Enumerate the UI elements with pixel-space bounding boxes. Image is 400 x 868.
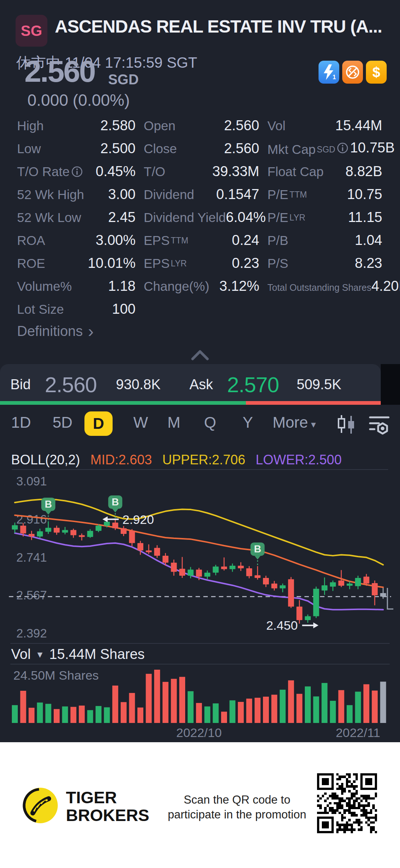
candlestick-style-button[interactable]: [336, 414, 357, 437]
stat-label-text: Volume%: [17, 279, 72, 294]
stat-value-text: 2.45: [108, 209, 136, 225]
volume-bar: [296, 694, 302, 723]
stats-row: T/O Rate0.45%T/O39.33MFloat Cap8.82B: [0, 160, 400, 183]
volume-bar: [213, 703, 219, 723]
stats-row: Low2.500Close2.560Mkt CapSGD10.75B: [0, 137, 400, 160]
stat-label: Mkt CapSGD: [267, 142, 335, 157]
ask-ratio-segment: [246, 401, 381, 405]
volume-bar: [171, 679, 177, 723]
candle-body: [70, 530, 76, 535]
stat-label: Low: [17, 141, 41, 156]
stat-label: Dividend Yield: [144, 210, 226, 225]
stat-label-text: T/O Rate: [17, 164, 70, 179]
bid-ask-panel[interactable]: Bid 2.560 930.8K Ask 2.570 509.5K: [0, 364, 381, 405]
stat-value: 6.04%: [226, 209, 266, 225]
tab-period-5d[interactable]: 5D: [53, 407, 73, 438]
candle-body: [347, 583, 353, 586]
boll-mid-value: MID:2.603: [90, 452, 152, 468]
bid-ask-ratio-bar: [0, 401, 381, 405]
dollar-icon[interactable]: $: [366, 61, 387, 84]
candle-body: [204, 573, 210, 577]
stat-label-text: Total Outstanding Shares: [267, 282, 371, 293]
stat-value-text: 2.560: [224, 118, 259, 134]
candle-body: [254, 575, 260, 578]
volume-bar: [305, 686, 311, 723]
stat-value-text: 0.24: [232, 232, 259, 248]
stat-cell: 52 Wk High3.00: [17, 186, 136, 202]
volume-bar: [20, 691, 26, 723]
stat-cell: Close2.560: [144, 141, 259, 157]
volume-bar: [112, 686, 118, 723]
stat-value-text: 10.75: [347, 186, 382, 202]
volume-bar: [338, 690, 344, 723]
indicator-settings-button[interactable]: [369, 414, 390, 437]
stat-value: 10.75: [347, 186, 382, 202]
stat-label-text: Float Cap: [267, 164, 324, 179]
stat-value-text: 1.04: [355, 232, 382, 248]
stat-label-text: High: [17, 118, 44, 133]
stat-cell: Open2.560: [144, 118, 259, 134]
stat-value-text: 0.23: [232, 255, 259, 271]
definitions-link[interactable]: Definitions ›: [17, 323, 94, 340]
tab-period-y[interactable]: Y: [243, 407, 253, 438]
info-icon[interactable]: [337, 142, 349, 154]
y-axis-tick: 2.916: [16, 512, 47, 526]
tiger-logo-icon: [21, 787, 59, 824]
volume-indicator-selector[interactable]: Vol ▾ 15.44M Shares: [11, 645, 145, 664]
volume-bar: [146, 674, 152, 723]
tab-period-w[interactable]: W: [133, 407, 148, 438]
tab-period-1d[interactable]: 1D: [11, 407, 31, 438]
stat-value: 10.75B: [335, 140, 394, 156]
stat-cell: 52 Wk Low2.45: [17, 209, 136, 225]
stat-cell: Change(%)3.12%: [144, 278, 259, 294]
volume-bar: [79, 706, 85, 723]
tab-period-q[interactable]: Q: [204, 407, 216, 438]
stat-label: Dividend: [144, 187, 194, 202]
currency-label: SGD: [108, 72, 139, 88]
stat-value-text: 0.1547: [216, 186, 259, 202]
dollar-glyph: $: [372, 64, 380, 80]
stat-label-text: Low: [17, 141, 41, 156]
volume-bar: [363, 684, 369, 723]
stat-value-text: 8.23: [355, 255, 382, 271]
tab-more[interactable]: More▾: [273, 407, 316, 438]
stat-label: Vol: [267, 118, 286, 133]
stat-value: 100: [112, 301, 136, 317]
indicator-readout[interactable]: BOLL(20,2) MID:2.603 UPPER:2.706 LOWER:2…: [11, 452, 341, 468]
lightning-level1-icon[interactable]: 1: [319, 61, 339, 84]
price-chart-canvas[interactable]: 3.0912.9162.7412.5672.392BBB2.9202.450: [0, 470, 400, 647]
stat-label: Lot Size: [17, 302, 64, 317]
promo-line2: participate in the promotion: [156, 807, 319, 822]
candle-body: [129, 531, 135, 543]
no-shortsell-icon[interactable]: [342, 61, 363, 84]
stat-value: 8.82B: [346, 164, 382, 179]
candle-body: [288, 579, 294, 606]
stat-cell: P/B1.04: [267, 232, 382, 248]
stat-cell: Vol15.44M: [267, 118, 382, 134]
stat-value-text: 2.580: [100, 118, 136, 134]
stat-label-text: 52 Wk Low: [17, 210, 81, 225]
candle-body: [213, 566, 219, 572]
tab-period-d[interactable]: D: [84, 411, 113, 436]
stat-value-text: 0.45%: [96, 164, 136, 179]
stat-value: 1.04: [355, 232, 382, 248]
stat-label-text: P/E: [267, 187, 288, 202]
collapse-panel-button[interactable]: [190, 349, 210, 363]
volume-bar: [271, 695, 277, 723]
stat-cell: Total Outstanding Shares4.20B: [267, 278, 382, 294]
volume-bar: [355, 692, 361, 723]
stat-value: 10.01%: [88, 255, 136, 271]
stat-cell: P/S8.23: [267, 255, 382, 271]
boll-band-line: [15, 499, 383, 565]
candle-body: [313, 589, 319, 616]
stat-cell: Float Cap8.82B: [267, 164, 382, 179]
info-icon[interactable]: [71, 166, 83, 178]
stat-label-text: Mkt Cap: [267, 142, 316, 157]
candle-body: [238, 566, 244, 568]
stat-label-text: Lot Size: [17, 302, 64, 317]
tab-period-m[interactable]: M: [167, 407, 180, 438]
stat-value: 11.15: [348, 209, 382, 225]
promo-text: Scan the QR code to participate in the p…: [156, 793, 319, 822]
brand-name: TIGER BROKERS: [66, 789, 149, 824]
volume-bar: [188, 691, 194, 723]
